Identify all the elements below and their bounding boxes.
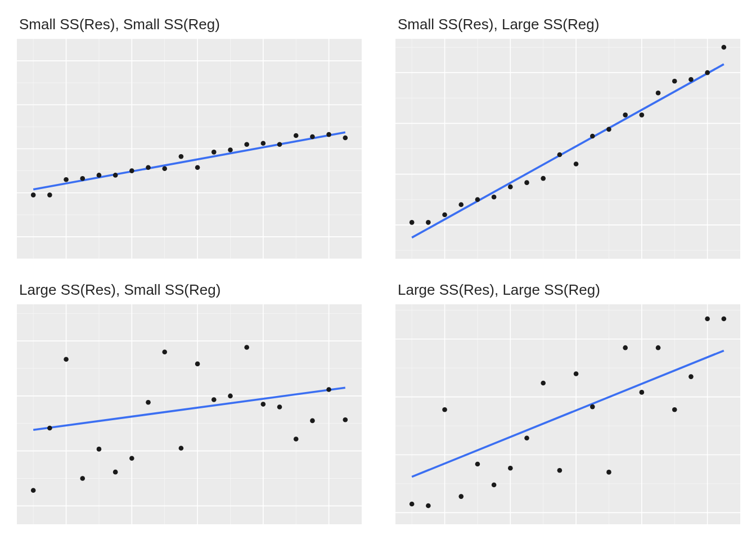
data-point: [492, 483, 497, 488]
data-point: [162, 349, 167, 354]
data-point: [606, 470, 611, 475]
data-point: [722, 45, 727, 50]
data-point: [129, 456, 134, 461]
data-point: [492, 195, 497, 200]
data-point: [228, 147, 233, 152]
panel-title-tl: Small SS(Res), Small SS(Reg): [17, 16, 362, 33]
data-point: [640, 390, 645, 395]
data-point: [442, 213, 447, 218]
data-point: [475, 462, 480, 467]
data-point: [129, 168, 134, 173]
data-point: [47, 426, 52, 431]
data-point: [672, 79, 677, 84]
data-point: [343, 417, 348, 422]
regression-line: [412, 64, 724, 237]
data-point: [64, 357, 69, 362]
data-point: [524, 180, 529, 185]
data-point: [113, 470, 118, 475]
data-point: [162, 166, 167, 171]
panel-tr: Small SS(Res), Large SS(Reg): [395, 16, 740, 259]
data-point: [656, 91, 661, 96]
data-point: [47, 192, 52, 197]
data-point: [590, 134, 595, 139]
data-point: [640, 112, 645, 118]
data-point: [623, 345, 628, 350]
data-point: [277, 404, 282, 410]
data-point: [294, 436, 299, 442]
data-point: [113, 173, 118, 178]
data-point: [508, 466, 513, 471]
data-point: [574, 371, 579, 376]
data-point: [228, 394, 233, 399]
data-point: [195, 165, 200, 170]
data-point: [541, 176, 546, 181]
data-point: [458, 202, 464, 207]
data-point: [705, 70, 710, 75]
data-point: [261, 402, 266, 407]
data-point: [426, 503, 431, 508]
data-point: [557, 152, 562, 158]
data-point: [310, 418, 315, 424]
data-point: [261, 141, 266, 146]
data-point: [31, 192, 36, 197]
data-point: [80, 176, 85, 181]
scatter-grid: Small SS(Res), Small SS(Reg) Small SS(Re…: [17, 16, 740, 524]
data-point: [326, 387, 331, 392]
data-point: [97, 447, 102, 452]
data-point: [31, 488, 36, 493]
data-point: [426, 220, 431, 225]
panel-title-br: Large SS(Res), Large SS(Reg): [395, 281, 740, 299]
data-point: [458, 494, 464, 499]
data-point: [524, 435, 529, 440]
data-point: [326, 132, 331, 137]
data-point: [179, 154, 184, 159]
data-point: [410, 502, 415, 507]
regression-line: [33, 132, 345, 190]
plot-tl: [17, 39, 362, 259]
data-point: [343, 136, 348, 141]
panel-tl: Small SS(Res), Small SS(Reg): [17, 16, 362, 259]
panel-title-tr: Small SS(Res), Large SS(Reg): [395, 16, 740, 33]
data-point: [195, 362, 200, 367]
panel-br: Large SS(Res), Large SS(Reg): [395, 281, 740, 524]
data-point: [541, 381, 546, 386]
data-point: [64, 177, 69, 182]
data-point: [244, 345, 249, 350]
data-point: [623, 112, 628, 118]
data-point: [294, 133, 299, 138]
data-point: [688, 77, 694, 82]
data-point: [179, 446, 184, 451]
data-point: [244, 142, 249, 147]
plot-br: [395, 304, 740, 524]
data-point: [688, 374, 694, 379]
data-point: [310, 134, 315, 140]
data-point: [410, 220, 415, 225]
data-point: [705, 316, 710, 321]
data-point: [672, 407, 677, 412]
data-point: [277, 142, 282, 147]
plot-tr: [395, 39, 740, 259]
data-point: [557, 468, 562, 473]
plot-bl: [17, 304, 362, 524]
panel-title-bl: Large SS(Res), Small SS(Reg): [17, 281, 362, 299]
data-point: [212, 397, 217, 402]
data-point: [442, 407, 447, 412]
data-point: [722, 316, 727, 321]
data-point: [656, 345, 661, 350]
data-point: [590, 404, 595, 410]
data-point: [80, 476, 85, 481]
data-point: [574, 161, 579, 166]
data-point: [212, 150, 217, 155]
data-point: [508, 184, 513, 190]
data-point: [97, 173, 102, 178]
data-point: [146, 165, 151, 170]
regression-line: [412, 350, 724, 476]
data-point: [146, 400, 151, 405]
data-point: [475, 197, 480, 202]
data-point: [606, 127, 611, 132]
panel-bl: Large SS(Res), Small SS(Reg): [17, 281, 362, 524]
